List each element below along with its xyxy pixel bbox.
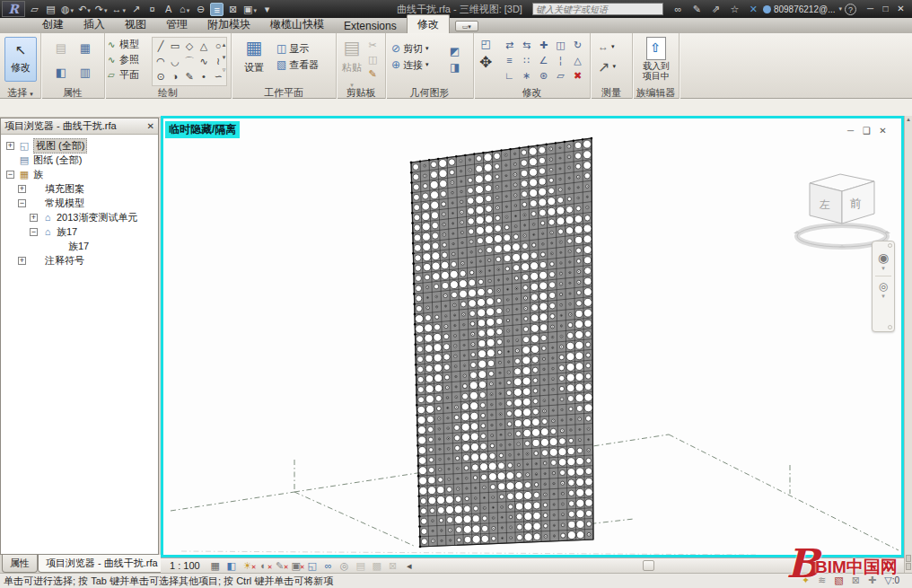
- sync-with-central-icon[interactable]: ◍▾: [60, 3, 75, 16]
- press-drag-icon[interactable]: ✚: [868, 575, 876, 586]
- copy-icon[interactable]: ◫: [552, 38, 569, 53]
- project-browser-close-icon[interactable]: ✕: [147, 121, 154, 131]
- tab-Extensions[interactable]: Extensions: [334, 18, 407, 33]
- shadows-icon[interactable]: ◐✕: [258, 559, 270, 572]
- measure-along-element-button[interactable]: ↗ ▾: [598, 55, 616, 78]
- active-option-only-icon[interactable]: ⊠: [852, 575, 860, 586]
- close-icon[interactable]: ✕: [893, 3, 908, 15]
- properties-palette-icon[interactable]: ▤: [50, 38, 72, 59]
- application-menu-button[interactable]: R: [2, 1, 25, 17]
- panel-label-select[interactable]: 选择 ▾: [0, 87, 40, 99]
- viewbar-scroll-left-icon[interactable]: ◂: [403, 559, 416, 572]
- design-options-icon[interactable]: ▧: [834, 575, 843, 586]
- hide-analytical-model-icon[interactable]: ▩: [371, 559, 383, 572]
- show-workplane-button[interactable]: ◫ 显示: [276, 40, 319, 57]
- family-category-icon[interactable]: ▥: [75, 62, 96, 83]
- customize-qat-icon[interactable]: ▾: [260, 3, 274, 16]
- rendering-dialog-icon[interactable]: ✎✕: [274, 559, 286, 572]
- rotate-icon[interactable]: ↻: [569, 38, 586, 53]
- scale-button[interactable]: 1 : 100: [170, 560, 200, 571]
- user-account[interactable]: 809876212@... ▾: [763, 4, 842, 14]
- show-crop-region-icon[interactable]: ◱: [306, 559, 319, 572]
- editable-only-icon[interactable]: ≋: [818, 575, 826, 586]
- close-hidden-windows-icon[interactable]: ⊠: [226, 3, 240, 16]
- scale-icon[interactable]: △: [569, 53, 586, 68]
- tab-附加模块[interactable]: 附加模块: [197, 15, 260, 33]
- detail-level-icon[interactable]: ▦: [209, 559, 222, 572]
- thin-lines-icon[interactable]: ≡: [210, 3, 224, 16]
- exchange-apps-icon[interactable]: ✕: [747, 3, 760, 16]
- point-element-icon[interactable]: •: [197, 69, 211, 84]
- tab-创建[interactable]: 创建: [32, 15, 74, 33]
- split-icon[interactable]: ¦: [552, 53, 569, 68]
- line-icon[interactable]: ╱: [153, 39, 168, 54]
- temporary-hide-isolate-icon[interactable]: ∞: [322, 559, 335, 572]
- delete-icon[interactable]: ✖: [569, 68, 586, 83]
- move-icon[interactable]: ✚: [535, 38, 552, 53]
- mirror-pick-axis-icon[interactable]: ⇄: [501, 38, 518, 53]
- copy-icon[interactable]: ◫: [367, 52, 378, 66]
- tree-item-注释符号[interactable]: +注释符号: [1, 253, 158, 268]
- partial-ellipse-icon[interactable]: ◑: [168, 69, 182, 84]
- communication-center-icon[interactable]: ✎: [690, 3, 704, 16]
- paste-button[interactable]: ▤ 粘贴 ▾: [339, 37, 364, 91]
- strip-button-2[interactable]: [906, 563, 911, 570]
- join-geometry-button[interactable]: ⊕ 连接▾: [391, 57, 429, 73]
- match-type-properties-icon[interactable]: ✎: [367, 66, 378, 81]
- text-icon[interactable]: A: [162, 3, 175, 16]
- strip-button-1[interactable]: [906, 555, 911, 562]
- tab-视图[interactable]: 视图: [115, 15, 156, 33]
- tree-item-常规模型[interactable]: −常规模型: [1, 196, 158, 210]
- tree-expander-icon[interactable]: −: [6, 171, 14, 179]
- strip-scroll-up-icon[interactable]: ▴: [905, 116, 912, 123]
- tree-expander-icon[interactable]: −: [18, 199, 26, 207]
- switch-windows-icon[interactable]: ▣▾: [242, 3, 258, 16]
- reveal-hidden-elements-icon[interactable]: ◎: [338, 559, 351, 572]
- steering-wheel-caret-icon[interactable]: ▾: [873, 265, 894, 272]
- move-cross-icon[interactable]: ✥: [478, 51, 493, 75]
- redo-icon[interactable]: ↷▾: [94, 3, 109, 16]
- favorites-icon[interactable]: ☆: [728, 3, 741, 16]
- bottom-tab-properties[interactable]: 属性: [2, 555, 38, 573]
- tree-expander-icon[interactable]: +: [30, 214, 38, 222]
- modify-tool-button[interactable]: ↖ 修改: [4, 37, 37, 82]
- fillet-arc-icon[interactable]: ∿: [197, 54, 211, 69]
- visual-style-icon[interactable]: ◧: [225, 559, 238, 572]
- infocenter-search-input[interactable]: [532, 3, 663, 15]
- pin-icon[interactable]: ∗: [518, 68, 535, 83]
- mirror-draw-axis-icon[interactable]: ⇆: [518, 38, 535, 53]
- infocenter-search-icon[interactable]: ∞: [671, 3, 685, 16]
- selection-filter-icon[interactable]: ▽:0: [884, 575, 899, 586]
- properties-toggle-icon[interactable]: ◧: [50, 62, 72, 83]
- tree-item-族17[interactable]: −⌂族17: [1, 224, 158, 239]
- family-types-icon[interactable]: ▦: [75, 38, 96, 59]
- crop-view-icon[interactable]: ▣✕: [290, 559, 303, 572]
- tab-橄榄山快模[interactable]: 橄榄山快模: [260, 15, 334, 33]
- 3d-view-canvas[interactable]: 前左: [163, 118, 901, 555]
- tree-expander-icon[interactable]: +: [18, 185, 26, 193]
- tree-expander-icon[interactable]: +: [18, 257, 26, 265]
- default-3d-view-icon[interactable]: ⌂▾: [178, 3, 191, 16]
- tag-by-category-icon[interactable]: ¤: [145, 3, 159, 16]
- pick-lines-icon[interactable]: ✎: [182, 69, 197, 84]
- zoom-tool-caret-icon[interactable]: ▾: [873, 293, 894, 300]
- steering-wheel-icon[interactable]: ◉: [873, 250, 894, 265]
- inscribed-polygon-icon[interactable]: ◇: [182, 39, 197, 54]
- bottom-tab-project-browser[interactable]: 项目浏览器 - 曲线干扰.rfa: [38, 555, 166, 573]
- tree-expander-icon[interactable]: +: [6, 142, 14, 150]
- viewbar-splitter-button[interactable]: [643, 560, 654, 571]
- tree-item-视图 (全部)[interactable]: +◱视图 (全部): [1, 138, 158, 153]
- tree-item-族[interactable]: −▦族: [1, 167, 158, 181]
- workplane-viewer-button[interactable]: ▧ 查看器: [276, 57, 319, 73]
- tab-修改[interactable]: 修改: [407, 14, 450, 33]
- zoom-tool-icon[interactable]: ◎: [873, 280, 894, 293]
- circumscribed-polygon-icon[interactable]: △: [197, 39, 211, 54]
- minimize-icon[interactable]: ─: [863, 3, 878, 15]
- sun-path-icon[interactable]: ☀✕: [241, 559, 254, 572]
- open-icon[interactable]: ▱: [28, 3, 41, 16]
- load-into-project-button[interactable]: ⇧ 载入到 项目中: [636, 33, 676, 81]
- tangent-arc-icon[interactable]: ⌒: [182, 54, 197, 69]
- tab-插入[interactable]: 插入: [74, 15, 115, 33]
- draw-mode-平面[interactable]: ▱平面: [108, 67, 149, 83]
- tree-item-图纸 (全部)[interactable]: ▤图纸 (全部): [1, 153, 158, 167]
